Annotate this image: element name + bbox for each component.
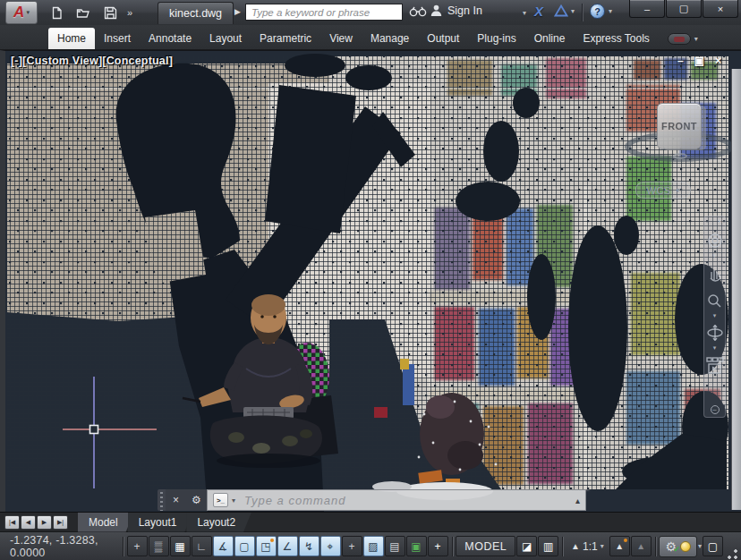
file-tab[interactable]: kinect.dwg (158, 2, 234, 24)
exchange-apps-icon[interactable]: X (534, 4, 543, 19)
clean-screen-button[interactable]: ▢ (703, 536, 723, 556)
ortho-mode-toggle[interactable]: ∟ (192, 536, 212, 556)
chevron-down-icon: ▾ (26, 9, 30, 16)
showmotion-button[interactable] (706, 357, 724, 378)
autodesk-360-icon (554, 4, 568, 17)
transparency-toggle[interactable]: ▨ (363, 536, 384, 556)
workspace-switching-button[interactable]: ⚙ ✓ (665, 540, 677, 553)
zoom-button[interactable] (707, 293, 722, 312)
new-drawing-button[interactable] (47, 3, 66, 22)
object-snap-toggle[interactable]: ▢ (234, 536, 255, 556)
search-binoculars-icon[interactable] (409, 4, 427, 21)
status-dot (270, 539, 274, 542)
maximize-button[interactable]: ▢ (666, 0, 702, 18)
command-input[interactable]: >_ ▾ Type a command ▴ (207, 489, 586, 511)
command-history-expand-icon[interactable]: ▴ (575, 496, 580, 505)
navbar-close-icon[interactable]: × (718, 217, 722, 225)
tab-manage[interactable]: Manage (362, 28, 418, 49)
command-customize-button[interactable]: ⚙ (186, 489, 207, 511)
annotation-visibility-button[interactable]: ▲ (609, 536, 630, 556)
help-icon: ? (590, 4, 605, 19)
quick-view-layouts-button[interactable]: ◪ (516, 536, 537, 556)
navbar-collapse-button[interactable]: – (711, 405, 720, 414)
tab-layout[interactable]: Layout (200, 28, 251, 49)
steering-wheel-button[interactable] (707, 233, 723, 252)
annotation-monitor-toggle[interactable]: + (428, 536, 448, 556)
minimize-button[interactable]: – (629, 0, 665, 18)
model-space-button[interactable]: MODEL (456, 536, 515, 556)
signin-caret-icon[interactable]: ▾ (523, 9, 526, 17)
viewport-controls-label[interactable]: [-][Custom View][Conceptual] (11, 55, 173, 67)
polar-tracking-toggle[interactable]: ∡ (213, 536, 234, 556)
new-file-icon (50, 6, 64, 20)
command-bar-grip[interactable] (158, 489, 166, 511)
tab-home[interactable]: Home (48, 28, 95, 49)
autodesk-360-button[interactable]: ▾ (554, 4, 575, 17)
object-snap-tracking-toggle[interactable]: ∠ (277, 536, 298, 556)
ribbon-display-toggle-button[interactable]: ▾ (668, 33, 698, 45)
tab-layout1[interactable]: Layout1 (128, 513, 193, 532)
chevron-down-icon: ▾ (571, 7, 575, 15)
open-drawing-button[interactable] (73, 3, 93, 22)
vertical-scrollbar[interactable] (731, 69, 741, 510)
resize-grip[interactable] (727, 548, 738, 560)
statusbar-divider (452, 537, 453, 556)
command-close-button[interactable]: × (166, 489, 186, 511)
first-layout-button[interactable]: |◀ (4, 515, 20, 530)
save-drawing-button[interactable] (100, 3, 120, 22)
chevron-down-icon[interactable]: ▾ (713, 252, 717, 259)
next-layout-button[interactable]: ▶ (37, 515, 52, 530)
snap-mode-toggle[interactable]: ▒ (149, 536, 169, 556)
navigation-wheel-icon (707, 233, 723, 249)
ucs-dropdown[interactable]: WCS ▾ (635, 182, 691, 199)
search-input[interactable] (245, 4, 403, 21)
pan-button[interactable] (708, 267, 722, 286)
quick-view-drawings-button[interactable]: ▥ (538, 536, 558, 556)
tab-model[interactable]: Model (78, 513, 134, 532)
orbit-icon (706, 325, 724, 341)
layout-tab-bar: |◀ ◀ ▶ ▶| Model Layout1 Layout2 (0, 512, 741, 531)
tab-online[interactable]: Online (525, 28, 575, 49)
drawing-restore-button[interactable]: ▣ (694, 55, 704, 67)
lineweight-toggle[interactable]: + (342, 536, 362, 556)
application-menu-button[interactable]: A ▾ (5, 1, 38, 24)
dynamic-ucs-toggle[interactable]: ↯ (299, 536, 319, 556)
sign-in-button[interactable]: Sign In (430, 4, 482, 17)
viewcube[interactable]: FRONT (657, 103, 702, 149)
orbit-button[interactable] (706, 325, 724, 344)
qat-expand-button[interactable]: » (127, 7, 132, 18)
statusbar-divider (655, 537, 656, 556)
chevron-down-icon[interactable]: ▾ (713, 344, 717, 352)
previous-layout-button[interactable]: ◀ (21, 515, 36, 530)
tab-parametric[interactable]: Parametric (251, 28, 320, 49)
auto-scale-button[interactable]: ▲ (631, 536, 652, 556)
grid-display-toggle[interactable]: ▦ (170, 536, 191, 556)
tab-layout2[interactable]: Layout2 (186, 513, 251, 532)
quick-properties-toggle[interactable]: ▤ (385, 536, 405, 556)
tab-annotate[interactable]: Annotate (140, 28, 200, 49)
chevron-down-icon[interactable]: ▾ (232, 496, 235, 505)
point-cloud-scene[interactable] (5, 51, 741, 512)
drawing-minimize-button[interactable]: – (677, 55, 684, 67)
annotation-scale-button[interactable]: ▲ 1:1 ▾ (566, 536, 609, 556)
help-button[interactable]: ? ▾ (590, 4, 612, 19)
tab-output[interactable]: Output (418, 28, 468, 49)
tab-view[interactable]: View (320, 28, 362, 49)
statusbar-menu-caret[interactable]: ▾ (698, 542, 702, 550)
lightbulb-icon[interactable] (680, 541, 691, 552)
tab-express-tools[interactable]: Express Tools (574, 28, 658, 49)
close-button[interactable]: × (703, 0, 738, 18)
3d-object-snap-toggle[interactable]: ◳ (256, 536, 277, 556)
chevron-down-icon: ▾ (600, 542, 604, 550)
last-layout-button[interactable]: ▶| (53, 515, 68, 530)
chevron-down-icon[interactable]: ▾ (713, 312, 717, 319)
dynamic-input-toggle[interactable]: ⌖ (320, 536, 341, 556)
statusbar-divider (562, 537, 563, 556)
tab-plugins[interactable]: Plug-ins (468, 28, 524, 49)
selection-cycling-toggle[interactable]: ▣ (406, 536, 427, 556)
statusbar-divider (123, 537, 124, 556)
file-tab-arrow-icon[interactable]: ▶ (234, 7, 241, 16)
infer-constraints-toggle[interactable]: + (127, 536, 148, 556)
drawing-close-button[interactable]: × (715, 55, 721, 67)
tab-insert[interactable]: Insert (95, 28, 140, 49)
